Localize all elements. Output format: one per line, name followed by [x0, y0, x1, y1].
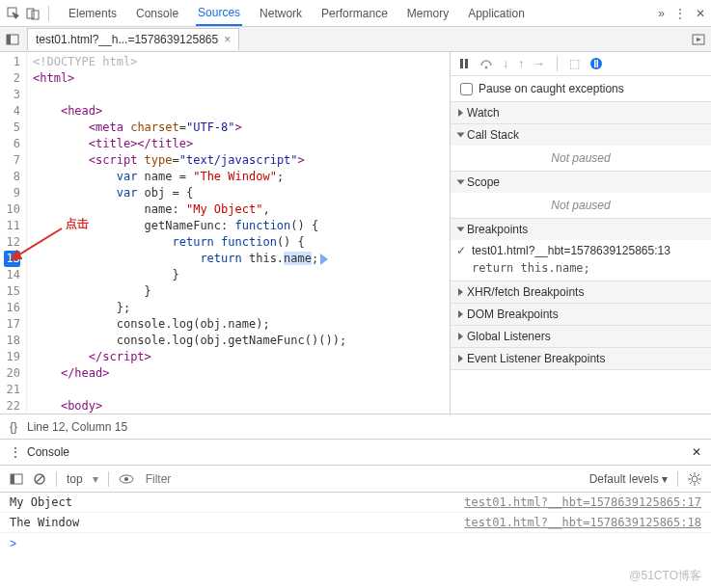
- line-number[interactable]: 12: [4, 234, 20, 251]
- line-number[interactable]: 5: [4, 120, 20, 136]
- line-number[interactable]: 16: [4, 300, 20, 316]
- chevron-icon: [457, 227, 465, 232]
- device-icon[interactable]: [25, 6, 41, 21]
- section-dom[interactable]: DOM Breakpoints: [451, 304, 711, 325]
- code-line[interactable]: <head>: [33, 103, 346, 120]
- step-out-icon[interactable]: ↑: [518, 57, 524, 70]
- code-line[interactable]: }: [33, 267, 346, 283]
- step-icon[interactable]: →: [533, 57, 545, 70]
- line-number[interactable]: 11: [4, 218, 20, 234]
- console-menu-icon[interactable]: ⋮: [10, 445, 21, 459]
- code-line[interactable]: [33, 382, 346, 398]
- code-line[interactable]: return this.name;: [33, 251, 346, 267]
- code-line[interactable]: <meta charset="UTF-8">: [33, 120, 346, 136]
- pretty-print-icon[interactable]: {}: [10, 420, 17, 434]
- deactivate-bp-icon[interactable]: ⬚: [569, 57, 580, 70]
- code-line[interactable]: [33, 87, 346, 103]
- line-number[interactable]: 18: [4, 333, 20, 349]
- line-number[interactable]: 8: [4, 169, 20, 185]
- console-settings-icon[interactable]: [688, 472, 701, 486]
- line-number[interactable]: 6: [4, 136, 20, 152]
- section-global[interactable]: Global Listeners: [451, 326, 711, 347]
- more-tabs-icon[interactable]: »: [658, 7, 665, 20]
- menu-icon[interactable]: ⋮: [674, 7, 686, 20]
- log-levels-selector[interactable]: Default levels ▾: [589, 472, 668, 486]
- line-number[interactable]: 7: [4, 152, 20, 169]
- line-number[interactable]: 3: [4, 87, 20, 103]
- pause-icon[interactable]: [458, 58, 470, 69]
- tab-elements[interactable]: Elements: [67, 0, 119, 26]
- line-number[interactable]: 22: [4, 398, 20, 414]
- chevron-icon: [458, 288, 463, 296]
- file-tab-label: test01.html?__h...=1578639125865: [36, 33, 218, 46]
- console-source-link[interactable]: test01.html?__hbt=1578639125865:17: [464, 495, 701, 509]
- line-number[interactable]: 10: [4, 201, 20, 218]
- pause-caught-row[interactable]: Pause on caught exceptions: [451, 76, 711, 102]
- pause-caught-checkbox[interactable]: [460, 83, 473, 95]
- section-scope[interactable]: Scope: [451, 172, 711, 193]
- code-line[interactable]: return function() {: [33, 234, 346, 251]
- section-callstack[interactable]: Call Stack: [451, 124, 711, 146]
- code-line[interactable]: <title></title>: [33, 136, 346, 152]
- code-line[interactable]: };: [33, 300, 346, 316]
- code-line[interactable]: <!DOCTYPE html>: [33, 54, 346, 70]
- context-selector[interactable]: top: [67, 472, 83, 486]
- tab-console[interactable]: Console: [134, 0, 180, 26]
- console-filter-input[interactable]: [144, 471, 580, 487]
- section-watch[interactable]: Watch: [451, 102, 711, 123]
- code-line[interactable]: <html>: [33, 70, 346, 87]
- chevron-icon: [457, 133, 465, 138]
- line-number[interactable]: 2: [4, 70, 20, 87]
- line-number[interactable]: 9: [4, 185, 20, 201]
- line-number[interactable]: 4: [4, 103, 20, 120]
- svg-line-24: [690, 474, 692, 476]
- code-line[interactable]: console.log(obj.getNameFunc()());: [33, 333, 346, 349]
- clear-console-icon[interactable]: [33, 472, 46, 486]
- tab-performance[interactable]: Performance: [319, 0, 390, 26]
- tab-memory[interactable]: Memory: [405, 0, 451, 26]
- close-file-icon[interactable]: ×: [224, 33, 231, 46]
- line-number[interactable]: 17: [4, 316, 20, 333]
- breakpoint-item[interactable]: test01.html?__hbt=1578639125865:13: [451, 240, 711, 261]
- section-event[interactable]: Event Listener Breakpoints: [451, 348, 711, 369]
- section-title: Call Stack: [467, 128, 519, 142]
- tab-network[interactable]: Network: [258, 0, 304, 26]
- line-number[interactable]: 21: [4, 382, 20, 398]
- console-prompt[interactable]: >: [0, 533, 711, 554]
- close-devtools-icon[interactable]: ✕: [696, 7, 705, 20]
- console-source-link[interactable]: test01.html?__hbt=1578639125865:18: [464, 516, 701, 529]
- code-line[interactable]: var obj = {: [33, 185, 346, 201]
- section-xhr[interactable]: XHR/fetch Breakpoints: [451, 281, 711, 303]
- step-over-icon[interactable]: [479, 58, 493, 69]
- line-number[interactable]: 13: [4, 251, 20, 267]
- tab-sources[interactable]: Sources: [196, 0, 242, 26]
- section-title: Event Listener Breakpoints: [467, 352, 605, 365]
- sidebar-toggle-icon[interactable]: [6, 33, 19, 46]
- live-expression-icon[interactable]: [119, 473, 134, 485]
- line-number[interactable]: 20: [4, 365, 20, 382]
- tab-application[interactable]: Application: [466, 0, 527, 26]
- code-line[interactable]: </script>: [33, 349, 346, 365]
- svg-rect-12: [597, 60, 599, 67]
- line-number[interactable]: 14: [4, 267, 20, 283]
- run-snippet-icon[interactable]: [692, 33, 705, 46]
- line-number[interactable]: 19: [4, 349, 20, 365]
- code-line[interactable]: </head>: [33, 365, 346, 382]
- line-number[interactable]: 1: [4, 54, 20, 70]
- code-line[interactable]: <script type="text/javascript">: [33, 152, 346, 169]
- code-line[interactable]: var name = "The Window";: [33, 169, 346, 185]
- section-breakpoints[interactable]: Breakpoints: [451, 219, 711, 240]
- section-body: Not paused: [451, 193, 711, 218]
- file-tab[interactable]: test01.html?__h...=1578639125865 ×: [27, 28, 239, 50]
- svg-line-16: [36, 475, 43, 483]
- console-close-icon[interactable]: ✕: [692, 445, 701, 459]
- step-into-icon[interactable]: ↓: [503, 57, 508, 70]
- section-title: Global Listeners: [467, 330, 551, 343]
- pause-exceptions-icon[interactable]: [589, 57, 603, 70]
- console-sidebar-icon[interactable]: [10, 472, 23, 486]
- code-line[interactable]: console.log(obj.name);: [33, 316, 346, 333]
- code-line[interactable]: }: [33, 283, 346, 300]
- inspect-icon[interactable]: [6, 6, 21, 21]
- code-line[interactable]: <body>: [33, 398, 346, 414]
- line-number[interactable]: 15: [4, 283, 20, 300]
